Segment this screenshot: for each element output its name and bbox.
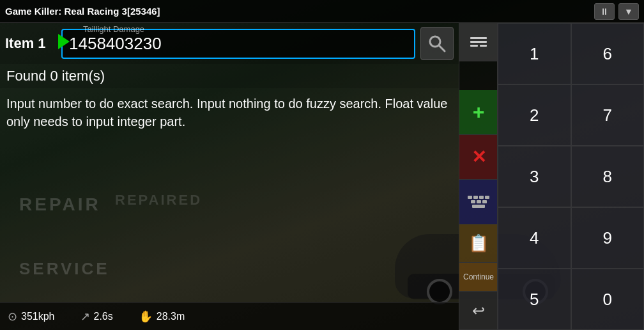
speed-value: 351kph xyxy=(21,311,55,322)
numpad: 1 6 2 7 3 8 4 9 5 0 xyxy=(497,23,644,330)
pause-icon: ⏸ xyxy=(600,6,609,17)
dropdown-button[interactable]: ▼ xyxy=(618,3,639,20)
back-icon: ↩ xyxy=(472,302,485,320)
distance-value: 28.3m xyxy=(157,311,185,322)
indicator-arrow xyxy=(58,34,70,49)
list-icon xyxy=(470,37,487,47)
list-view-button[interactable] xyxy=(459,23,498,61)
right-sidebar: + ✕ xyxy=(459,23,644,330)
num-4-button[interactable]: 4 xyxy=(498,207,571,269)
num-8-button[interactable]: 8 xyxy=(571,146,645,207)
add-icon: + xyxy=(473,100,485,124)
item-label: Item 1 xyxy=(5,35,56,52)
taillight-label: Taillight Damage xyxy=(83,24,144,34)
continue-button[interactable]: Continue xyxy=(459,263,498,292)
speed-stat: ⊙ 351kph xyxy=(8,310,55,324)
keyboard-icon xyxy=(468,196,489,208)
add-button[interactable]: + xyxy=(459,90,498,135)
distance-icon: ✋ xyxy=(139,310,153,324)
num-1-button[interactable]: 1 xyxy=(498,23,571,84)
num-3-button[interactable]: 3 xyxy=(498,146,571,207)
continue-label: Continue xyxy=(463,272,494,281)
main-content: Taillight Damage Item 1 Found 0 item(s) xyxy=(0,23,644,330)
search-row: Item 1 xyxy=(0,23,459,64)
time-icon: ↗ xyxy=(80,310,90,324)
num-7-button[interactable]: 7 xyxy=(571,84,645,146)
file-icon: 📋 xyxy=(468,233,489,253)
pause-button[interactable]: ⏸ xyxy=(594,3,615,20)
search-icon xyxy=(427,33,447,54)
keyboard-button[interactable] xyxy=(459,180,498,224)
dropdown-icon: ▼ xyxy=(624,6,633,17)
time-stat: ↗ 2.6s xyxy=(80,310,113,324)
num-0-button[interactable]: 0 xyxy=(571,269,645,330)
left-panel: Taillight Damage Item 1 Found 0 item(s) xyxy=(0,23,459,330)
app-title: Game Killer: Real Racing 3[25346] xyxy=(5,6,160,17)
num-9-button[interactable]: 9 xyxy=(571,207,645,269)
num-6-button[interactable]: 6 xyxy=(571,23,645,84)
num-5-button[interactable]: 5 xyxy=(498,269,571,330)
back-button[interactable]: ↩ xyxy=(459,292,498,330)
bottom-bar: ⊙ 351kph ↗ 2.6s ✋ 28.3m xyxy=(0,302,459,330)
main-overlay: Game Killer: Real Racing 3[25346] ⏸ ▼ Ta… xyxy=(0,0,644,330)
num-2-button[interactable]: 2 xyxy=(498,84,571,146)
search-button[interactable] xyxy=(420,27,454,60)
time-value: 2.6s xyxy=(94,311,113,322)
hint-text: Input number to do exact search. Input n… xyxy=(0,88,459,302)
title-controls: ⏸ ▼ xyxy=(594,3,639,20)
svg-line-1 xyxy=(439,45,445,51)
delete-button[interactable]: ✕ xyxy=(459,135,498,180)
result-text: Found 0 item(s) xyxy=(0,64,459,88)
distance-stat: ✋ 28.3m xyxy=(139,310,185,324)
file-button[interactable]: 📋 xyxy=(459,224,498,263)
title-bar: Game Killer: Real Racing 3[25346] ⏸ ▼ xyxy=(0,0,644,23)
speed-icon: ⊙ xyxy=(8,310,17,324)
delete-icon: ✕ xyxy=(471,146,486,168)
action-column: + ✕ xyxy=(459,23,497,330)
sidebar-spacer-1 xyxy=(459,61,497,90)
